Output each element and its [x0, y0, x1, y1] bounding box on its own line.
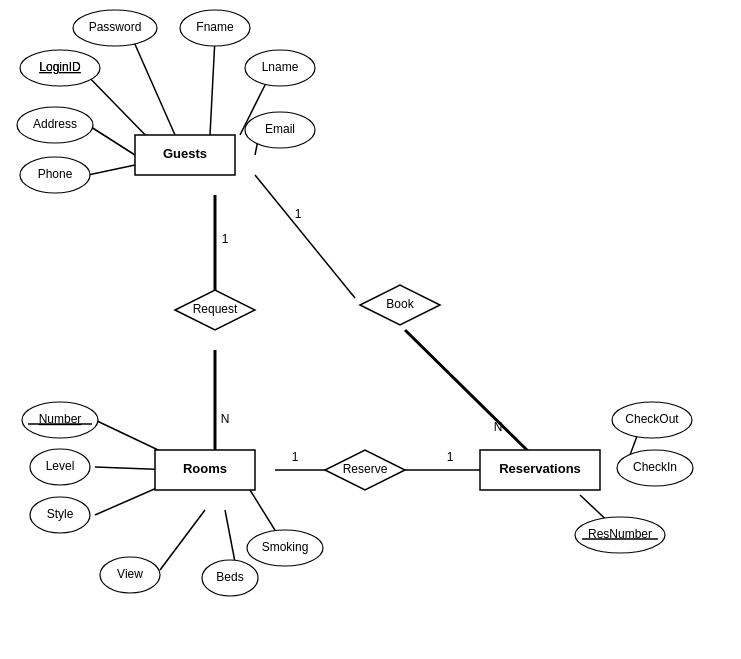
label-password: Password — [89, 20, 142, 34]
card-guests-book: 1 — [295, 207, 302, 221]
label-checkin: CheckIn — [633, 460, 677, 474]
label-book: Book — [386, 297, 414, 311]
label-phone: Phone — [38, 167, 73, 181]
label-email: Email — [265, 122, 295, 136]
line-address — [88, 125, 135, 155]
line-phone — [88, 165, 135, 175]
label-view: View — [117, 567, 143, 581]
label-smoking: Smoking — [262, 540, 309, 554]
label-request: Request — [193, 302, 238, 316]
card-guests-request: 1 — [222, 232, 229, 246]
line-password — [130, 33, 175, 135]
label-fname: Fname — [196, 20, 234, 34]
label-reserve: Reserve — [343, 462, 388, 476]
label-style: Style — [47, 507, 74, 521]
label-address: Address — [33, 117, 77, 131]
label-loginid-display: LoginID — [39, 60, 81, 74]
card-rooms-reserve: 1 — [292, 450, 299, 464]
label-rooms: Rooms — [183, 461, 227, 476]
card-book-reservations: N — [494, 420, 503, 434]
label-reservations: Reservations — [499, 461, 581, 476]
line-guests-book — [255, 175, 355, 298]
line-book-reservations — [405, 330, 530, 453]
label-guests: Guests — [163, 146, 207, 161]
line-beds — [225, 510, 235, 562]
label-level: Level — [46, 459, 75, 473]
card-request-rooms: N — [221, 412, 230, 426]
card-reserve-reservations: 1 — [447, 450, 454, 464]
er-diagram: 1 N 1 N 1 1 LoginID Password Fname Lname… — [0, 0, 741, 659]
label-beds: Beds — [216, 570, 243, 584]
label-lname: Lname — [262, 60, 299, 74]
line-view — [160, 510, 205, 570]
line-smoking — [250, 490, 278, 535]
label-checkout: CheckOut — [625, 412, 679, 426]
line-fname — [210, 38, 215, 135]
